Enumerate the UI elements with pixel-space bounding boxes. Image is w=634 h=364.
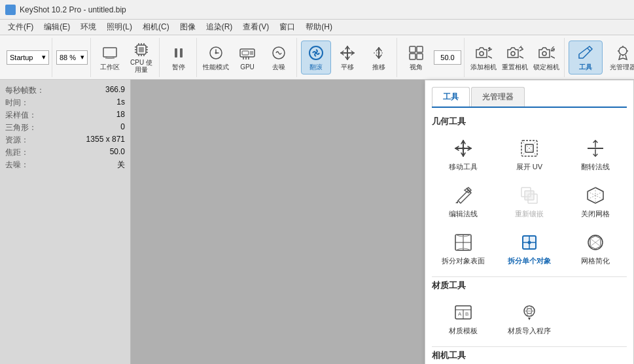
pause-icon [169, 44, 188, 62]
menu-file[interactable]: 文件(F) [3, 20, 39, 34]
view-btn[interactable]: 视角 [401, 41, 431, 74]
tab-tools[interactable]: 工具 [432, 87, 470, 107]
subdiv-surface-icon [451, 231, 475, 254]
view-group: 视角 [398, 38, 465, 77]
stats-panel: 每秒帧数： 366.9 时间： 1s 采样值： 18 三角形： 0 资源： 13… [0, 80, 131, 364]
denoise-icon [270, 44, 288, 62]
translate-icon [307, 44, 325, 62]
menu-window[interactable]: 窗口 [274, 20, 300, 34]
menu-render[interactable]: 追染(R) [201, 20, 238, 34]
pause-label: 暂停 [172, 63, 185, 71]
stat-denoise-label: 去噪： [5, 159, 29, 171]
lightmgr-tab-btn[interactable]: 光管理器 [604, 41, 634, 74]
mat-template-item[interactable]: A B 材质模板 [432, 297, 494, 340]
svg-rect-33 [417, 46, 423, 52]
perf-btn[interactable]: 性能模式 [201, 41, 231, 74]
svg-line-38 [488, 56, 492, 58]
stat-tri-label: 三角形： [5, 122, 37, 133]
mat-import-item[interactable]: 材质导入程序 [498, 297, 560, 340]
menu-bar: 文件(F) 编辑(E) 环境 照明(L) 相机(C) 图像 追染(R) 查看(V… [0, 20, 634, 35]
tools-tab-btn[interactable]: 工具 [569, 41, 603, 74]
cpu-icon [132, 42, 150, 58]
menu-help[interactable]: 帮助(H) [300, 20, 338, 34]
push-label: 推移 [372, 63, 385, 71]
menu-image[interactable]: 图像 [175, 20, 201, 34]
view-icon [407, 44, 425, 62]
percent-group: 88 % ▾ [54, 38, 91, 77]
close-mesh-icon [584, 184, 607, 207]
svg-rect-0 [103, 48, 116, 57]
stat-focal-label: 焦距： [5, 147, 29, 158]
re-embed-icon [518, 184, 541, 207]
tools-tab-group: 工具 光管理器 [566, 38, 634, 77]
subdiv-single-label: 拆分单个对象 [508, 256, 551, 266]
num-input[interactable] [434, 50, 461, 65]
add-cam-btn[interactable]: 添加相机 [468, 41, 499, 74]
menu-lighting[interactable]: 照明(L) [101, 20, 137, 34]
menu-camera[interactable]: 相机(C) [137, 20, 175, 34]
mesh-simplify-item[interactable]: 网格简化 [565, 227, 627, 270]
pan-icon [338, 44, 357, 62]
re-embed-item[interactable]: 重新镶嵌 [498, 180, 560, 223]
pan-btn[interactable]: 平移 [332, 41, 362, 74]
svg-point-68 [527, 241, 531, 244]
pause-group: 暂停 [161, 38, 197, 77]
tools-tab-strip: 工具 光管理器 [432, 87, 627, 108]
svg-rect-17 [175, 48, 177, 58]
stat-fps-label: 每秒帧数： [5, 85, 44, 96]
startup-dropdown[interactable]: Startup ▾ [7, 50, 49, 65]
stat-time-label: 时间： [5, 97, 29, 108]
subdiv-single-item[interactable]: 拆分单个对象 [498, 227, 560, 270]
denoise-btn[interactable]: 去噪 [264, 41, 294, 74]
menu-edit[interactable]: 编辑(E) [39, 20, 75, 34]
flip-normal-icon [584, 137, 607, 160]
lightmgr-icon [614, 44, 632, 62]
stat-tri: 三角形： 0 [5, 122, 125, 133]
subdiv-single-icon [518, 231, 541, 254]
workarea-icon [101, 44, 119, 62]
app-icon [5, 5, 16, 15]
pause-btn[interactable]: 暂停 [164, 41, 194, 74]
translate-label: 翻滚 [309, 63, 323, 71]
tools-panel: 工具 光管理器 几何工具 [425, 80, 634, 364]
workarea-group: 工作区 [92, 38, 160, 77]
unfold-uv-item[interactable]: 展开 UV [498, 133, 560, 176]
push-btn[interactable]: 推移 [364, 41, 394, 74]
main-content: 每秒帧数： 366.9 时间： 1s 采样值： 18 三角形： 0 资源： 13… [0, 80, 634, 364]
perf-group: 性能模式 GPU [198, 38, 297, 77]
workarea-label: 工作区 [100, 63, 120, 71]
svg-text:A: A [458, 311, 462, 317]
cpu-label: CPU 使用量 [128, 59, 155, 73]
title-text: KeyShot 10.2 Pro - untitled.bip [20, 5, 126, 14]
view-label: 视角 [410, 63, 423, 71]
stat-time: 时间： 1s [5, 97, 125, 108]
startup-group: Startup ▾ [4, 38, 52, 77]
gpu-btn[interactable]: GPU [232, 41, 262, 74]
lock-cam-btn[interactable]: 锁定相机 [531, 41, 561, 74]
pan-label: 平移 [341, 63, 354, 71]
menu-env[interactable]: 环境 [75, 20, 101, 34]
stat-time-value: 1s [116, 97, 125, 108]
lock-cam-icon [537, 44, 555, 62]
mat-import-label: 材质导入程序 [508, 326, 551, 336]
edit-normal-icon [451, 184, 475, 207]
svg-point-44 [542, 52, 546, 56]
reset-cam-btn[interactable]: 重置相机 [500, 41, 530, 74]
svg-rect-18 [180, 48, 183, 58]
toolbar: Startup ▾ 88 % ▾ 工作区 [0, 35, 634, 80]
stat-fps: 每秒帧数： 366.9 [5, 85, 125, 96]
svg-line-48 [588, 48, 590, 51]
svg-point-41 [511, 52, 515, 56]
close-mesh-item[interactable]: 关闭网格 [565, 180, 627, 223]
flip-normal-item[interactable]: 翻转法线 [565, 133, 627, 176]
translate-btn[interactable]: 翻滚 [301, 41, 331, 74]
tab-lightmgr[interactable]: 光管理器 [471, 87, 525, 107]
mesh-simplify-label: 网格简化 [581, 256, 610, 266]
edit-normal-item[interactable]: 编辑法线 [432, 180, 494, 223]
menu-view[interactable]: 查看(V) [238, 20, 274, 34]
subdiv-surface-item[interactable]: 拆分对象表面 [432, 227, 494, 270]
move-tool-item[interactable]: 移动工具 [432, 133, 494, 176]
stat-sample-value: 18 [116, 110, 125, 121]
percent-dropdown[interactable]: 88 % ▾ [56, 50, 88, 65]
subdiv-surface-label: 拆分对象表面 [442, 256, 485, 266]
